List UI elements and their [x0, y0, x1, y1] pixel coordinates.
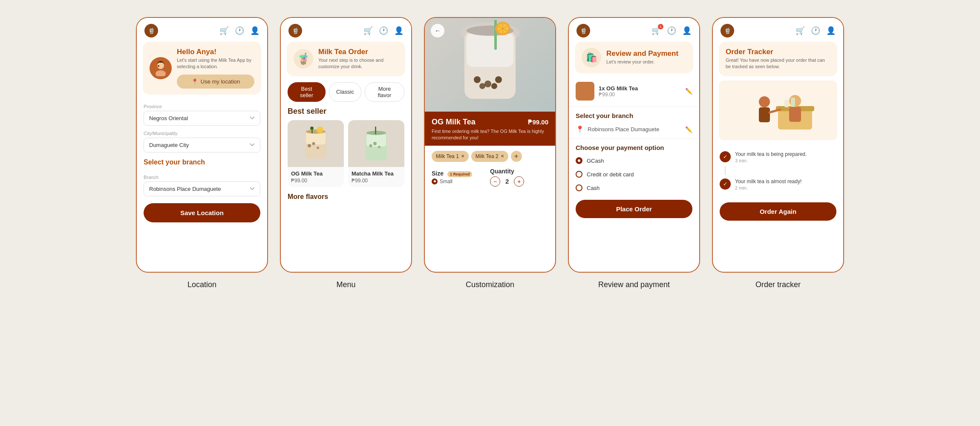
user-avatar [150, 57, 172, 79]
divider-2 [569, 138, 699, 139]
svg-point-10 [317, 147, 319, 149]
svg-rect-28 [494, 20, 497, 50]
og-milktea-img [288, 120, 344, 167]
branch-section-title: Select your branch [144, 158, 260, 166]
drink-info-bar: OG Milk Tea ₱99.00 First time ordering m… [425, 112, 555, 146]
svg-point-18 [373, 142, 377, 145]
flavor-tag-2-remove[interactable]: ✕ [501, 154, 504, 158]
radio-dot-small [432, 178, 438, 184]
menu-top-nav: 🧋 🛒 🕐 👤 [281, 18, 411, 42]
back-button[interactable]: ← [431, 24, 444, 37]
tracker-screen-label: Order tracker [755, 280, 801, 289]
location-pin-icon: 📍 [191, 78, 198, 85]
tracker-profile-icon[interactable]: 👤 [826, 26, 836, 35]
use-location-label: Use my location [201, 78, 240, 85]
review-phone-frame: 🧋 🛒 1 🕐 👤 🛍️ Review and Payment Let's re… [568, 17, 700, 273]
location-top-nav: 🧋 🛒 🕐 👤 [137, 18, 267, 42]
qty-increase-button[interactable]: + [514, 176, 524, 187]
best-seller-title: Best seller [281, 107, 411, 120]
tracker-step-2: ✓ Your milk tea is almost ready! 2 min. [713, 175, 843, 194]
qty-decrease-button[interactable]: − [490, 176, 500, 187]
tracker-step-2-time: 2 min. [735, 185, 836, 190]
menu-screen-label: Menu [336, 280, 355, 289]
svg-point-27 [491, 83, 497, 89]
save-location-button[interactable]: Save Location [144, 203, 260, 222]
tracker-history-icon[interactable]: 🕐 [811, 26, 820, 35]
customization-screen-label: Customization [466, 280, 514, 289]
required-badge: 1 Required [447, 171, 473, 177]
review-profile-icon[interactable]: 👤 [682, 26, 692, 35]
menu-hero-subtitle: Your next step is to choose and customiz… [318, 57, 398, 70]
payment-section-title: Choose your payment option [569, 141, 699, 154]
size-small-option[interactable]: Small [432, 178, 490, 184]
order-item-name: 1x OG Milk Tea [599, 85, 681, 92]
flavor-tag-2-label: Milk Tea 2 [476, 153, 499, 159]
size-small-label: Small [440, 178, 453, 184]
matcha-milktea-price: ₱99.00 [352, 178, 401, 184]
review-hero-text: Review and Payment Let's review your ord… [606, 49, 678, 65]
branch-form: Branch Robinsons Place Dumaguete [137, 170, 267, 196]
nav-icons: 🛒 🕐 👤 [219, 26, 259, 35]
review-history-icon[interactable]: 🕐 [667, 26, 676, 35]
tab-best-seller[interactable]: Best seller [288, 82, 326, 102]
review-cart-icon[interactable]: 🛒 1 [651, 26, 661, 35]
review-logo: 🧋 [576, 24, 590, 37]
matcha-milktea-info: Matcha Milk Tea ₱99.00 [348, 167, 404, 187]
payment-gcash[interactable]: GCash [569, 154, 699, 167]
location-screen-wrapper: 🧋 🛒 🕐 👤 Hello A [136, 17, 268, 289]
add-flavor-button[interactable]: + [511, 151, 522, 162]
matcha-milktea-img [348, 120, 404, 167]
cart-icon[interactable]: 🛒 [219, 26, 229, 35]
radio-dot-inner [434, 180, 436, 182]
qty-number: 2 [505, 178, 509, 185]
menu-history-icon[interactable]: 🕐 [379, 26, 388, 35]
payment-card[interactable]: Credit or debit card [569, 167, 699, 181]
order-again-button[interactable]: Order Again [720, 202, 836, 221]
menu-profile-icon[interactable]: 👤 [394, 26, 404, 35]
province-label: Province [144, 104, 260, 109]
og-milktea-price: ₱99.00 [291, 178, 340, 184]
city-select[interactable]: Dumaguete City [144, 138, 260, 153]
logo: 🧋 [144, 24, 158, 37]
svg-point-25 [495, 76, 502, 83]
tracker-step-1-info: Your milk tea is being prepared. 3 min. [735, 151, 836, 163]
payment-cash[interactable]: Cash [569, 181, 699, 195]
review-screen-label: Review and payment [598, 280, 670, 289]
og-milktea-info: OG Milk Tea ₱99.00 [288, 167, 344, 187]
flavor-tags: Milk Tea 1 ✕ Milk Tea 2 ✕ + [425, 146, 555, 164]
location-hero-banner: Hello Anya! Let's start using the Milk T… [143, 42, 261, 95]
tracker-cart-icon[interactable]: 🛒 [796, 26, 805, 35]
edit-branch-icon[interactable]: ✏️ [685, 126, 692, 133]
edit-order-icon[interactable]: ✏️ [685, 88, 692, 95]
tracker-step-1-text: Your milk tea is being prepared. [735, 151, 836, 157]
history-icon[interactable]: 🕐 [235, 26, 244, 35]
tracker-step-1-time: 3 min. [735, 158, 836, 163]
menu-item-matcha: Matcha Milk Tea ₱99.00 [348, 120, 404, 187]
place-order-button[interactable]: Place Order [576, 200, 692, 218]
review-top-nav: 🧋 🛒 1 🕐 👤 [569, 18, 699, 42]
greeting-subtitle: Let's start using the Milk Tea App by se… [177, 57, 254, 70]
order-item-details: 1x OG Milk Tea ₱99.00 [599, 85, 681, 98]
branch-label: Branch [144, 175, 260, 180]
tracker-hero-title: Order Tracker [726, 48, 830, 56]
tab-more-flavor[interactable]: More flavor [365, 82, 404, 102]
profile-icon[interactable]: 👤 [250, 26, 259, 35]
review-hero-banner: 🛍️ Review and Payment Let's review your … [575, 42, 693, 73]
branch-select[interactable]: Robinsons Place Dumaguete [144, 181, 260, 196]
province-select[interactable]: Negros Oriental [144, 111, 260, 126]
location-screen-label: Location [187, 280, 216, 289]
drink-name-row: OG Milk Tea ₱99.00 [432, 118, 548, 127]
branch-row: 📍 Robinsons Place Dumaguete ✏️ [569, 122, 699, 137]
qty-controls: − 2 + [490, 176, 548, 187]
tracker-steps: ✓ Your milk tea is being prepared. 3 min… [713, 144, 843, 197]
og-milktea-name: OG Milk Tea [291, 170, 340, 177]
tab-classic[interactable]: Classic [329, 82, 361, 102]
svg-rect-21 [467, 33, 513, 67]
branch-pin-icon: 📍 [576, 125, 584, 133]
svg-rect-37 [789, 107, 801, 122]
use-location-button[interactable]: 📍 Use my location [177, 75, 254, 89]
svg-point-1 [156, 70, 166, 76]
menu-cart-icon[interactable]: 🛒 [363, 26, 373, 35]
gcash-label: GCash [587, 158, 604, 164]
flavor-tag-1-remove[interactable]: ✕ [461, 154, 464, 158]
